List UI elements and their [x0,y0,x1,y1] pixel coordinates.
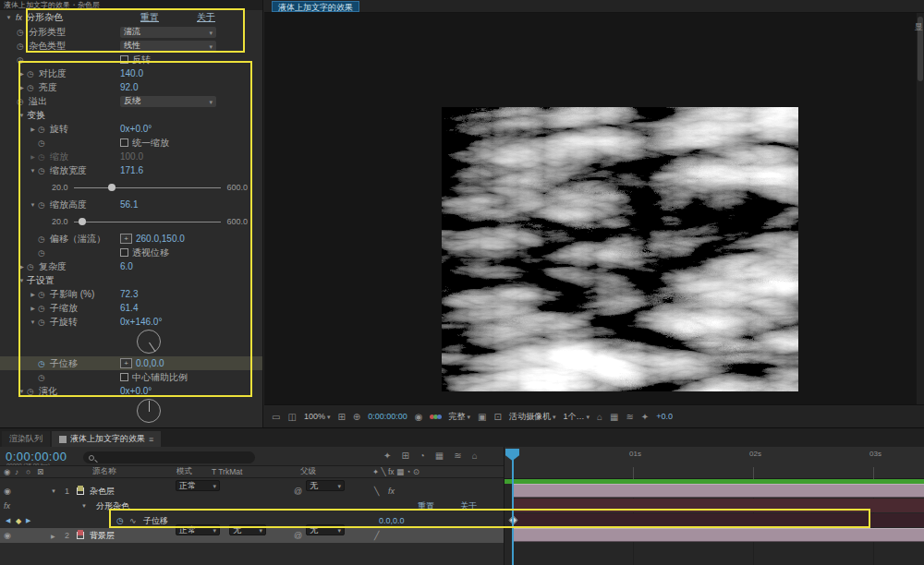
camera-view-dropdown[interactable]: 活动摄像机 [509,411,556,423]
twirl-open-icon[interactable] [4,15,14,20]
snapshot-camera-icon[interactable]: ◉ [415,412,423,422]
offset-value[interactable]: 260.0,150.0 [136,234,185,244]
twirl-closed-icon[interactable] [28,291,38,297]
motion-blur-icon[interactable]: ≋ [454,451,461,461]
keyframe-next-icon[interactable]: ▶ [26,517,30,524]
parent-dropdown[interactable]: 无 [306,480,345,491]
stopwatch-icon[interactable] [17,28,29,37]
fx-icon[interactable] [16,13,22,22]
brightness-value[interactable]: 92.0 [120,82,138,92]
scale-height-value[interactable]: 56.1 [120,199,138,210]
contrast-value[interactable]: 140.0 [120,68,143,78]
twirl-closed-icon[interactable] [28,305,38,311]
layer-color-swatch[interactable] [77,532,84,539]
perspective-offset-checkbox[interactable] [120,248,128,257]
always-preview-icon[interactable]: ▭ [272,412,280,422]
effect-name[interactable]: 分形杂色 [26,11,63,24]
stopwatch-icon[interactable] [17,42,29,51]
quality-switch-icon[interactable]: ╱ [374,531,379,540]
stopwatch-icon[interactable] [38,200,50,210]
sub-scale-value[interactable]: 61.4 [120,303,138,313]
slider-track[interactable] [74,187,222,188]
graph-editor-icon[interactable]: ⌂ [472,451,478,461]
graph-editor-set-icon[interactable]: ∿ [129,516,137,525]
twirl-open-icon[interactable]: ▼ [51,488,56,494]
timeline-search-input[interactable] [83,451,255,463]
parent-pickwhip-icon[interactable]: @ [294,531,302,540]
composition-viewer[interactable] [264,13,917,404]
eye-icon[interactable]: ◉ [4,467,10,476]
timeline-track-area[interactable]: 01s 02s 03s [505,447,924,565]
pixel-aspect-icon[interactable]: ⌂ [597,412,602,422]
stopwatch-icon[interactable] [27,69,39,78]
twirl-open-icon[interactable] [28,168,38,174]
resolution-dropdown[interactable]: 完整 [449,411,471,423]
stopwatch-icon[interactable] [17,55,29,65]
layer-name[interactable]: 背景层 [90,530,115,542]
noise-type-dropdown[interactable]: 线性 [120,41,216,52]
reset-link[interactable]: 重置 [418,500,434,512]
fractal-type-dropdown[interactable]: 湍流 [120,27,216,38]
evolution-dial[interactable] [137,399,161,423]
twirl-open-icon[interactable] [28,319,38,325]
transparency-grid-icon[interactable]: ⊡ [493,412,501,422]
twirl-closed-icon[interactable] [17,84,27,90]
overflow-dropdown[interactable]: 反绕 [120,96,216,107]
slider-handle[interactable] [108,184,116,191]
effects-switch-icon[interactable]: fx [388,487,395,496]
evolution-value[interactable]: 0x+0.0° [120,386,152,396]
frame-blending-icon[interactable]: ▦ [435,451,444,461]
viewer-current-time[interactable]: 0:00:00:00 [368,412,407,421]
stopwatch-icon[interactable] [17,97,29,106]
quality-switch-icon[interactable]: ╲ [374,487,379,496]
stopwatch-icon[interactable]: ◷ [116,516,124,525]
stopwatch-icon[interactable] [38,166,50,175]
lock-icon[interactable]: ⊠ [37,467,43,476]
column-parent[interactable]: 父级 [300,466,316,477]
blend-mode-dropdown[interactable]: 正常 [176,480,220,491]
twirl-closed-icon[interactable] [17,70,27,77]
playhead-line[interactable] [512,460,514,565]
effect-toggle-fx-icon[interactable]: fx [4,501,10,511]
crosshair-icon[interactable] [120,358,132,368]
stopwatch-icon[interactable] [38,290,50,299]
scale-width-value[interactable]: 171.6 [120,165,143,175]
zoom-dropdown[interactable]: 100% [304,412,331,421]
twirl-open-icon[interactable] [17,389,27,394]
effect-name[interactable]: 分形杂色 [96,500,129,512]
sub-rotation-value[interactable]: 0x+146.0° [120,317,162,327]
effect-controls-tab[interactable]: 液体上加文字的效果・杂色层 [0,0,262,10]
stopwatch-icon[interactable] [38,359,50,368]
about-link[interactable]: 关于 [197,11,215,24]
stopwatch-icon[interactable] [27,387,39,396]
about-link[interactable]: 关于 [460,500,477,512]
twirl-closed-icon[interactable] [17,263,27,270]
center-subscale-checkbox[interactable] [120,373,128,381]
panel-menu-icon[interactable] [149,435,153,444]
grid-guides-icon[interactable]: ⊞ [337,412,345,422]
sub-offset-value[interactable]: 0.0,0.0 [136,358,164,368]
eye-icon[interactable]: ◉ [4,531,11,540]
layer-duration-bar-noise[interactable] [513,484,924,498]
keyframe-prev-icon[interactable]: ◀ [6,517,10,524]
stopwatch-icon[interactable] [38,373,50,382]
group-label[interactable]: 子设置 [27,274,55,287]
stopwatch-icon[interactable] [38,138,50,148]
stopwatch-icon[interactable] [38,248,50,258]
column-mode[interactable]: 模式 [176,466,192,477]
twirl-open-icon[interactable]: ▼ [81,503,87,509]
view-layout-dropdown[interactable]: 1个… [563,411,590,423]
crosshair-icon[interactable] [120,234,132,244]
rotation-value[interactable]: 0x+0.0° [120,124,152,134]
current-time-display[interactable]: 0:00:00:00 [6,450,67,463]
param-label[interactable]: 子位移 [50,357,78,370]
layer-name[interactable]: 杂色层 [90,486,115,498]
stopwatch-icon[interactable] [38,304,50,313]
stopwatch-icon[interactable] [27,262,39,271]
stopwatch-icon[interactable] [27,83,39,92]
show-channel-icon[interactable] [431,415,442,419]
shy-layers-icon[interactable]: ◔ [419,451,425,461]
tab-composition-timeline[interactable]: 液体上加文字的效果 [52,431,161,447]
tab-render-queue[interactable]: 渲染队列 [2,431,50,447]
keyframe-icon[interactable]: ◆ [16,517,21,525]
